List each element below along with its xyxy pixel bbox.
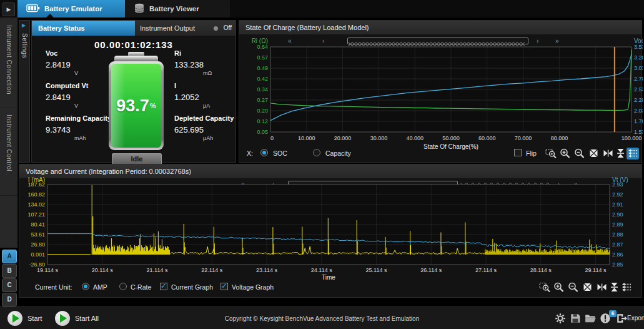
vi-x-tick: 26.114 s (420, 267, 442, 273)
fit-all-icon[interactable] (581, 281, 593, 293)
battery-status-panel: Battery Status Instrument Output Off 00.… (31, 20, 236, 163)
vi-y-left-tick: 26.80 (31, 241, 45, 248)
battery-status-header[interactable]: Battery Status (32, 21, 135, 36)
voltage-graph-label: Voltage Graph (232, 283, 274, 297)
auto-track-icon[interactable] (627, 148, 639, 159)
zoom-in-icon[interactable] (558, 148, 571, 159)
metric-ri: Ri 133.238 mΩ (174, 49, 243, 76)
radio-soc[interactable] (260, 149, 268, 156)
vi-x-tick: 25.114 s (366, 267, 387, 273)
metric-computed-vt: Computed Vt 2.8419 V (46, 82, 114, 109)
tab-battery-emulator[interactable]: Battery Emulator (17, 0, 125, 18)
metric-value: 133.238 (174, 60, 243, 69)
vi-y-right-tick: 2.92 (612, 191, 623, 198)
battery-charge-fill: 93.7 % (111, 64, 161, 148)
fit-vertical-icon[interactable] (614, 148, 627, 159)
vi-y-right-tick: 2.86 (612, 251, 623, 258)
fit-vertical-icon[interactable] (608, 281, 620, 293)
zoom-region-icon[interactable] (538, 281, 550, 293)
settings-strip[interactable]: ▶ Settings (19, 20, 30, 163)
battery-cap (114, 56, 158, 61)
metric-label: Depleted Capacity (174, 114, 243, 122)
metric-value: 2.8419 (46, 93, 114, 102)
zoom-out-icon[interactable] (567, 281, 579, 293)
soc-y-right-tick: 2.28 (634, 97, 643, 103)
metric-label: Voc (46, 49, 114, 57)
vi-y-right-tick: 2.89 (612, 221, 623, 228)
current-graph-label: Current Graph (171, 283, 213, 297)
soc-x-tick: 30.000 (370, 135, 388, 141)
battery-icon (26, 4, 40, 14)
metric-value: 9.3743 (46, 125, 114, 134)
metric-voc: Voc 2.8419 V (46, 49, 114, 76)
vi-y-left-tick: 134.02 (27, 201, 45, 208)
soc-y-left-tick: 0.27 (257, 97, 268, 103)
soc-y-left-tick: 0.64 (257, 44, 268, 50)
metric-label: I (174, 82, 243, 89)
soc-x-tick: 20.000 (334, 135, 352, 141)
fit-all-icon[interactable] (587, 148, 600, 159)
copyright-text: Copyright © Keysight BenchVue Advanced B… (0, 315, 644, 322)
soc-x-tick: 60.000 (478, 135, 496, 141)
settings-expand-icon[interactable]: ▶ (22, 23, 26, 28)
metric-value: 625.695 (174, 125, 243, 134)
vi-y-left-tick: 53.61 (31, 231, 45, 238)
export-icon[interactable] (616, 313, 627, 324)
radio-soc-label: SOC (273, 149, 287, 163)
save-icon[interactable] (570, 313, 581, 324)
vi-chart-title: Voltage and Current (Integration Period:… (19, 164, 642, 178)
soc-y-right-tick: 1.78 (634, 118, 643, 124)
vi-y-left-tick: 187.62 (27, 181, 45, 188)
fit-horizontal-icon[interactable] (595, 281, 608, 293)
vi-x-tick: 28.114 s (530, 267, 552, 273)
channel-button-c[interactable]: C (2, 278, 17, 292)
tab-battery-viewer[interactable]: Battery Viewer (125, 0, 230, 18)
soc-chart-svg[interactable]: Ri (Ω)Voc (V)0.640.570.490.420.340.270.2… (239, 36, 643, 161)
open-folder-icon[interactable] (585, 313, 596, 324)
elapsed-time: 00.00:01:02:133 (32, 39, 235, 50)
radio-capacity[interactable] (313, 149, 320, 156)
soc-x-tick: 80.000 (551, 135, 568, 141)
zoom-region-icon[interactable] (544, 148, 557, 159)
vi-y-left-tick: 107.21 (27, 211, 45, 218)
metric-label: Ri (174, 49, 243, 57)
sidebar-item-instrument-control[interactable]: Instrument Control (0, 108, 17, 196)
channel-button-a[interactable]: A (2, 250, 17, 263)
flip-checkbox[interactable] (514, 149, 522, 156)
channel-button-b[interactable]: B (2, 264, 17, 278)
soc-y-left-tick: 0.05 (257, 129, 268, 135)
charge-percent: 93.7 (116, 96, 149, 116)
soc-x-tick: 0 (270, 135, 274, 141)
metric-label: Remaining Capacity (46, 114, 114, 122)
soc-y-right-tick: 1.53 (634, 129, 643, 135)
sidebar-item-instrument-connection[interactable]: Instrument Connection (0, 18, 17, 108)
export-label: Export (627, 315, 644, 321)
vi-x-tick: 22.114 s (201, 267, 222, 273)
zoom-in-icon[interactable] (552, 281, 565, 293)
metric-value: 2.8419 (46, 60, 114, 69)
soc-x-tick: 50.000 (442, 135, 460, 141)
sidebar-expand-icon[interactable]: ▶ (2, 3, 15, 16)
channel-button-d[interactable]: D (2, 293, 17, 306)
battery-body: 93.7 % (109, 61, 164, 150)
current-graph-checkbox[interactable] (160, 283, 167, 290)
soc-y-left-tick: 0.57 (257, 54, 268, 61)
vi-chart-svg[interactable]: I (mA)Vt (V)187.62160.82134.02107.2180.4… (19, 177, 643, 282)
application-window: ▶ Battery Emulator Battery Viewer Instru… (0, 0, 644, 329)
zoom-out-icon[interactable] (573, 148, 585, 159)
metric-remaining-capacity: Remaining Capacity 9.3743 mAh (46, 114, 114, 141)
fit-horizontal-icon[interactable] (602, 148, 614, 159)
footer-bar: Start Start All Copyright © Keysight Ben… (0, 306, 644, 329)
settings-gear-icon[interactable] (555, 313, 566, 324)
voltage-graph-checkbox[interactable] (220, 283, 228, 290)
radio-amp[interactable] (82, 283, 89, 290)
instrument-output-header[interactable]: Instrument Output Off (135, 21, 235, 36)
auto-track-icon[interactable] (620, 281, 633, 293)
output-state-dot[interactable] (214, 26, 218, 31)
vi-y-right-tick: 2.93 (612, 181, 623, 188)
vi-y-right-tick: 2.87 (612, 241, 623, 248)
soc-y-left-tick: 0.20 (257, 108, 268, 114)
metric-current: I 1.2052 µA (174, 82, 243, 109)
soc-x-mode-label: X: (247, 149, 253, 163)
radio-c-rate[interactable] (119, 283, 127, 290)
